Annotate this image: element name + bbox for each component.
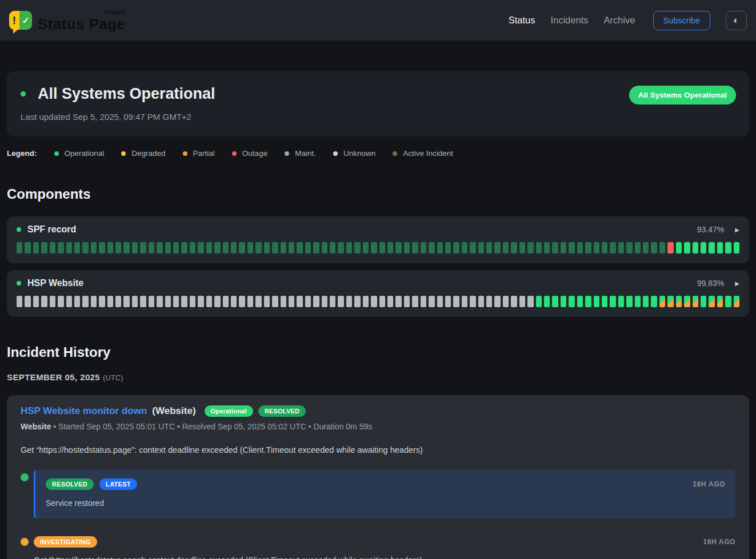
uptime-bar-muted[interactable] — [503, 242, 509, 254]
uptime-bar-gray[interactable] — [379, 296, 385, 307]
uptime-bar-muted[interactable] — [610, 242, 615, 254]
uptime-bar-muted[interactable] — [289, 242, 294, 254]
uptime-bar-gray[interactable] — [74, 296, 80, 307]
uptime-bar-bright[interactable] — [734, 242, 739, 254]
uptime-bar-muted[interactable] — [305, 242, 311, 254]
theme-toggle-button[interactable]: ◐ — [726, 11, 747, 30]
uptime-bar-gray[interactable] — [91, 296, 97, 307]
uptime-bar-muted[interactable] — [165, 242, 171, 254]
uptime-bar-muted[interactable] — [66, 242, 72, 254]
uptime-bar-gray[interactable] — [140, 296, 146, 307]
uptime-bar-gray[interactable] — [173, 296, 179, 307]
uptime-bar-gray[interactable] — [264, 296, 270, 307]
uptime-bar-muted[interactable] — [561, 242, 566, 254]
uptime-bar-gray[interactable] — [66, 296, 72, 307]
uptime-bar-muted[interactable] — [322, 242, 327, 254]
uptime-bar-gray[interactable] — [478, 296, 484, 307]
uptime-bar-muted[interactable] — [626, 242, 632, 254]
uptime-bar-bright[interactable] — [585, 296, 591, 307]
uptime-bar-muted[interactable] — [453, 242, 459, 254]
uptime-bar-muted[interactable] — [25, 242, 30, 254]
uptime-bar-gray[interactable] — [214, 296, 220, 307]
uptime-bar-muted[interactable] — [149, 242, 154, 254]
uptime-bar-bright[interactable] — [552, 296, 558, 307]
uptime-bar-bright[interactable] — [717, 242, 723, 254]
uptime-bar-muted[interactable] — [371, 242, 377, 254]
uptime-bar-gray[interactable] — [404, 296, 410, 307]
uptime-bar-muted[interactable] — [445, 242, 451, 254]
uptime-bar-muted[interactable] — [511, 242, 517, 254]
uptime-bar-muted[interactable] — [585, 242, 591, 254]
uptime-bar-muted[interactable] — [206, 242, 212, 254]
uptime-bar-muted[interactable] — [470, 242, 475, 254]
brand[interactable]: ! ✓ hosted Status Page — [9, 7, 125, 33]
uptime-bar-gray[interactable] — [231, 296, 237, 307]
uptime-bar-bright[interactable] — [602, 296, 607, 307]
uptime-bar-gray[interactable] — [149, 296, 154, 307]
uptime-bar-gray[interactable] — [181, 296, 187, 307]
uptime-bar-bright[interactable] — [709, 242, 714, 254]
uptime-bar-muted[interactable] — [379, 242, 385, 254]
uptime-bar-muted[interactable] — [330, 242, 335, 254]
uptime-bar-gray[interactable] — [387, 296, 393, 307]
uptime-bar-gray[interactable] — [25, 296, 30, 307]
uptime-bar-muted[interactable] — [313, 242, 319, 254]
uptime-bar-muted[interactable] — [552, 242, 558, 254]
uptime-bar-muted[interactable] — [157, 242, 162, 254]
uptime-bar-muted[interactable] — [17, 242, 22, 254]
uptime-bar-gray[interactable] — [494, 296, 500, 307]
uptime-bar-gray[interactable] — [527, 296, 533, 307]
uptime-bar-muted[interactable] — [346, 242, 352, 254]
uptime-bar-red[interactable] — [667, 242, 673, 254]
uptime-bar-bright[interactable] — [577, 296, 583, 307]
uptime-bar-gray[interactable] — [445, 296, 451, 307]
uptime-bar-gray[interactable] — [437, 296, 443, 307]
uptime-bar-muted[interactable] — [223, 242, 229, 254]
uptime-bar-gray[interactable] — [412, 296, 418, 307]
uptime-bar-bright[interactable] — [684, 242, 690, 254]
uptime-bar-muted[interactable] — [41, 242, 47, 254]
uptime-bar-gray[interactable] — [223, 296, 229, 307]
uptime-bar-split[interactable] — [684, 296, 690, 307]
uptime-bar-muted[interactable] — [429, 242, 434, 254]
uptime-bar-muted[interactable] — [74, 242, 80, 254]
incident-title-link[interactable]: HSP Website monitor down — [21, 405, 147, 417]
uptime-bar-muted[interactable] — [264, 242, 270, 254]
uptime-bar-gray[interactable] — [206, 296, 212, 307]
uptime-bar-gray[interactable] — [470, 296, 475, 307]
uptime-bar-gray[interactable] — [115, 296, 121, 307]
uptime-bar-muted[interactable] — [214, 242, 220, 254]
uptime-bar-bright[interactable] — [725, 296, 731, 307]
uptime-bar-muted[interactable] — [421, 242, 426, 254]
uptime-bar-muted[interactable] — [272, 242, 278, 254]
uptime-bar-gray[interactable] — [132, 296, 138, 307]
uptime-bar-gray[interactable] — [354, 296, 360, 307]
uptime-bar-split[interactable] — [693, 296, 698, 307]
uptime-bar-muted[interactable] — [107, 242, 113, 254]
uptime-bar-muted[interactable] — [190, 242, 195, 254]
uptime-bar-gray[interactable] — [58, 296, 63, 307]
uptime-bar-gray[interactable] — [123, 296, 129, 307]
uptime-bar-muted[interactable] — [544, 242, 550, 254]
uptime-bar-muted[interactable] — [437, 242, 443, 254]
uptime-bar-gray[interactable] — [157, 296, 162, 307]
uptime-bar-gray[interactable] — [107, 296, 113, 307]
uptime-bar-gray[interactable] — [519, 296, 525, 307]
uptime-bar-muted[interactable] — [519, 242, 525, 254]
uptime-bar-muted[interactable] — [58, 242, 63, 254]
uptime-bar-muted[interactable] — [412, 242, 418, 254]
expand-arrow-icon[interactable]: ▶ — [735, 280, 739, 287]
uptime-bar-gray[interactable] — [322, 296, 327, 307]
uptime-bar-muted[interactable] — [338, 242, 343, 254]
uptime-bar-gray[interactable] — [272, 296, 278, 307]
uptime-bar-bright[interactable] — [544, 296, 550, 307]
uptime-bar-muted[interactable] — [33, 242, 39, 254]
uptime-bar-bright[interactable] — [536, 296, 542, 307]
uptime-bar-muted[interactable] — [659, 242, 665, 254]
uptime-bar-muted[interactable] — [643, 242, 649, 254]
uptime-bar-gray[interactable] — [289, 296, 294, 307]
uptime-bar-muted[interactable] — [577, 242, 583, 254]
uptime-bar-gray[interactable] — [305, 296, 311, 307]
uptime-bar-bright[interactable] — [594, 296, 599, 307]
uptime-bar-muted[interactable] — [255, 242, 261, 254]
